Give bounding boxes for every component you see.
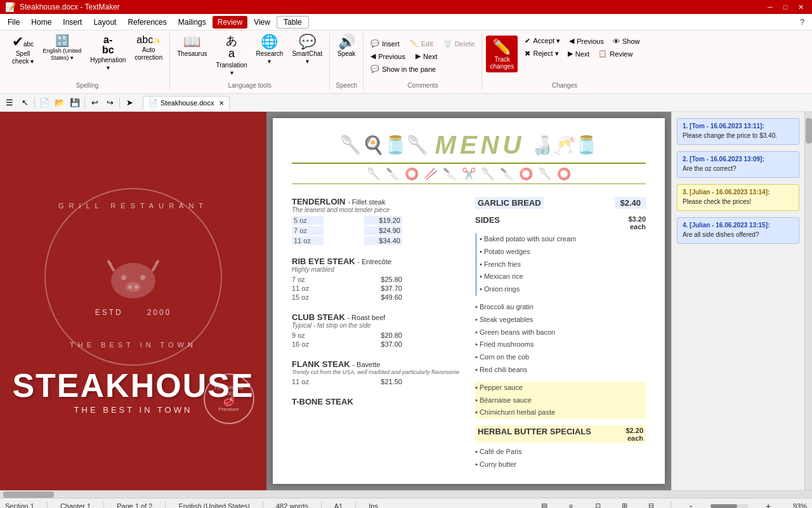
toolbar-save-btn[interactable]: 💾 (68, 96, 82, 110)
toolbar-select-btn[interactable]: ↖ (18, 96, 32, 110)
toolbar-view-btn[interactable]: ☰ (3, 96, 16, 110)
accept-label: Accept ▾ (533, 37, 560, 45)
review-button[interactable]: 📋 Review (595, 48, 636, 59)
horizontal-scrollbar[interactable] (0, 490, 812, 498)
zoom-in-btn[interactable]: + (761, 499, 775, 509)
edit-comment-icon: ✏️ (410, 39, 419, 48)
herbal-butter-section: HERBAL BUTTER SPECIALS $2.20each • Café … (475, 425, 646, 471)
document-tab[interactable]: 📄 Steakhouse.docx ✕ (143, 96, 230, 109)
show-pane-button[interactable]: 💬 Show in the pane (367, 64, 439, 74)
toolbar-new-btn[interactable]: 📄 (37, 96, 51, 110)
previous-comment-button[interactable]: ◀ Previous (367, 51, 409, 62)
spell-check-label: Spellcheck ▾ (12, 50, 34, 65)
menu-insert[interactable]: Insert (58, 16, 87, 29)
translation-button[interactable]: あa Translation▾ (213, 33, 250, 79)
show-changes-button[interactable]: 👁 Show (610, 36, 643, 46)
mode-label: Ins (369, 502, 378, 509)
comment-1-header: 1. [Tom - 16.06.2023 13:11]: (683, 123, 794, 130)
garlic-bread-name: GARLIC BREAD (475, 197, 544, 209)
zoom-level: 93% (788, 502, 807, 509)
thesaurus-button[interactable]: 📖 Thesaurus (174, 33, 210, 60)
insert-comment-button[interactable]: 💬 Insert (367, 38, 403, 49)
utensils-row: 🥄🔪⭕🥢🔪✂️🥄🔪⭕🥄⭕ (292, 167, 646, 181)
chapter-label: Chapter 1 (60, 502, 91, 509)
next-comment-button[interactable]: ▶ Next (412, 51, 441, 62)
menu-divider-top (292, 163, 646, 164)
speak-button[interactable]: 🔊 Speak (334, 33, 359, 60)
smartchat-label: SmartChat▾ (292, 50, 322, 65)
smartchat-button[interactable]: 💬 SmartChat▾ (289, 33, 325, 67)
comment-4-header: 4. [Julian - 16.06.2023 13:15]: (683, 222, 794, 229)
toolbar-undo-btn[interactable]: ↩ (88, 96, 102, 110)
outline-view-btn[interactable]: ⊞ (617, 499, 631, 509)
left-panel: GRILL RESTAURANT (0, 112, 266, 490)
tenderloin-desc: The leanest and most tender piece (292, 206, 462, 213)
scroll-thumb[interactable] (806, 118, 812, 144)
comment-4-text: Are all side dishes offered? (683, 231, 794, 239)
page-view-btn[interactable]: ▤ (537, 499, 551, 509)
translation-icon: あa (226, 35, 237, 60)
web-view-btn[interactable]: ⊡ (591, 499, 605, 509)
research-button[interactable]: 🌐 Research▾ (253, 33, 287, 67)
spell-check-button[interactable]: ✔abc Spellcheck ▾ (9, 33, 37, 67)
club-steak-item: CLUB STEAK - Roast beef Typical - fat st… (292, 312, 462, 348)
status-sep3 (165, 502, 166, 509)
menu-view[interactable]: View (249, 16, 275, 29)
herbal-butter-title: HERBAL BUTTER SPECIALS $2.20each (475, 425, 646, 443)
ribbon-language-section: 📖 Thesaurus あa Translation▾ 🌐 Research▾ … (170, 33, 330, 90)
toolbar-redo-btn[interactable]: ↪ (103, 96, 117, 110)
changes-next-icon: ▶ (568, 50, 573, 58)
status-sep4 (263, 502, 263, 509)
sides-column: GARLIC BREAD $2.40 SIDES $3.20each • Bak… (475, 197, 646, 471)
toolbar-arrow-btn[interactable]: ➤ (122, 96, 136, 110)
ribeye-sizes: 7 oz$25.80 11 oz$37.70 15 oz$49.60 (292, 276, 462, 301)
zoom-out-btn[interactable]: - (684, 499, 698, 509)
menu-help[interactable]: ? (795, 16, 809, 29)
tab-doc-label: Steakhouse.docx (160, 99, 214, 107)
cell-status: A1 (334, 502, 343, 509)
accept-icon: ✔ (525, 37, 530, 45)
status-sep2 (103, 502, 104, 509)
toolbar-open-btn[interactable]: 📂 (53, 96, 67, 110)
normal-view-btn[interactable]: ≡ (564, 499, 578, 509)
zoom-slider[interactable] (710, 504, 749, 508)
track-changes-button[interactable]: ✏️ Trackchanges (486, 36, 518, 72)
maximize-button[interactable]: □ (779, 2, 792, 12)
edit-comment-button[interactable]: ✏️ Edit (407, 38, 436, 49)
insert-comment-label: Insert (382, 40, 400, 48)
kitchen-top-row: 🥄🍳🫙🥄MENU🍶🥂🫙 (292, 131, 646, 159)
hyphenation-button[interactable]: a-bc Hyphenation▾ (87, 33, 129, 74)
menu-file[interactable]: File (3, 16, 25, 29)
menu-home[interactable]: Home (26, 16, 56, 29)
minimize-button[interactable]: ─ (764, 2, 776, 12)
draft-view-btn[interactable]: ⊟ (644, 499, 658, 509)
tab-close-icon[interactable]: ✕ (219, 100, 224, 107)
changes-next-button[interactable]: ▶ Next (565, 48, 593, 59)
menu-references[interactable]: References (122, 16, 171, 29)
auto-correction-button[interactable]: abc✨ Autocorrection (131, 33, 166, 64)
accept-button[interactable]: ✔ Accept ▾ (521, 36, 563, 46)
document-content[interactable]: 🥄🍳🫙🥄MENU🍶🥂🫙 🥄🔪⭕🥢🔪✂️🥄🔪⭕🥄⭕ TENDERLOIN - F (273, 118, 665, 484)
comments-panel: 1. [Tom - 16.06.2023 13:11]: Please chan… (671, 112, 804, 490)
toolbar-sep1 (34, 98, 35, 108)
changes-previous-button[interactable]: ◀ Previous (566, 36, 607, 46)
vertical-scrollbar[interactable] (804, 112, 812, 490)
status-sep6 (355, 502, 356, 509)
menu-review[interactable]: Review (213, 16, 247, 29)
reject-button[interactable]: ✖ Reject ▾ (521, 48, 561, 59)
close-button[interactable]: ✕ (794, 2, 807, 12)
ribeye-name: RIB EYE STEAK - Entrecôte (292, 257, 462, 266)
menu-layout[interactable]: Layout (88, 16, 121, 29)
speech-label: Speech (336, 81, 357, 90)
english-button[interactable]: 🔡 English (UnitedStates) ▾ (39, 33, 84, 64)
menu-divider-bottom (292, 184, 646, 184)
toolbar-sep2 (84, 98, 85, 108)
tab-doc-icon: 📄 (148, 98, 158, 107)
menu-bar: File Home Insert Layout References Maili… (0, 14, 812, 30)
sides-section: SIDES $3.20each • Baked potato with sour… (475, 215, 646, 419)
menu-mailings[interactable]: Mailings (173, 16, 211, 29)
speak-label: Speak (337, 50, 355, 58)
delete-comment-button[interactable]: 🗑️ Delete (440, 38, 478, 49)
menu-table[interactable]: Table (277, 16, 309, 29)
h-scroll-thumb[interactable] (3, 491, 54, 498)
